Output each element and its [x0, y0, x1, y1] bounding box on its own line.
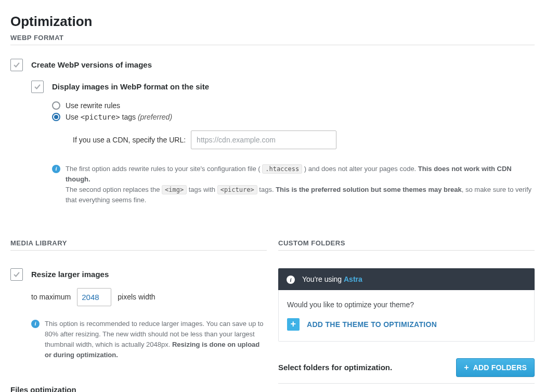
info-icon: i [52, 165, 60, 173]
add-folders-label: ADD FOLDERS [473, 363, 527, 372]
theme-name-link[interactable]: Astra [344, 275, 362, 283]
section-header-media: MEDIA LIBRARY [10, 239, 267, 251]
cdn-url-input[interactable] [191, 130, 336, 149]
pixels-width-label: pixels width [118, 293, 155, 301]
cdn-url-label: If you use a CDN, specify the URL: [73, 136, 186, 144]
files-optimization-header: Files optimization [10, 385, 267, 392]
radio-rewrite-rules[interactable] [52, 101, 60, 110]
checkbox-create-webp[interactable] [10, 59, 23, 71]
check-icon [13, 271, 20, 278]
to-maximum-label: to maximum [31, 293, 71, 301]
webp-info-text: The first option adds rewrite rules to y… [66, 164, 535, 206]
theme-banner: i You're using Astra [278, 268, 535, 290]
check-icon [13, 61, 20, 69]
checkbox-resize-images[interactable] [10, 268, 23, 281]
section-header-custom-folders: CUSTOM FOLDERS [278, 239, 535, 251]
create-webp-label: Create WebP versions of images [31, 59, 152, 71]
add-theme-button[interactable]: + ADD THE THEME TO OPTIMIZATION [287, 318, 526, 331]
page-title: Optimization [10, 14, 535, 30]
plus-icon: + [464, 363, 469, 372]
resize-info-text: This option is recommended to reduce lar… [45, 319, 267, 361]
add-folders-button[interactable]: + ADD FOLDERS [456, 358, 535, 377]
radio-rewrite-label: Use rewrite rules [66, 101, 120, 110]
check-icon [34, 83, 41, 90]
theme-banner-prefix: You're using [302, 275, 344, 283]
add-theme-label: ADD THE THEME TO OPTIMIZATION [307, 320, 437, 329]
optimize-theme-question: Would you like to optimize your theme? [287, 300, 526, 309]
resize-images-label: Resize larger images [31, 268, 109, 281]
info-icon: i [31, 320, 40, 328]
display-webp-label: Display images in WebP format on the sit… [52, 81, 209, 93]
plus-icon: + [287, 318, 300, 331]
radio-picture-label: Use <picture> tags (preferred) [66, 113, 172, 121]
radio-picture-tags[interactable] [52, 113, 60, 121]
select-folders-label: Select folders for optimization. [278, 363, 392, 372]
max-width-input[interactable] [77, 288, 111, 306]
section-header-webp: WEBP FORMAT [10, 34, 535, 45]
info-icon: i [287, 276, 295, 284]
checkbox-display-webp[interactable] [31, 81, 44, 93]
